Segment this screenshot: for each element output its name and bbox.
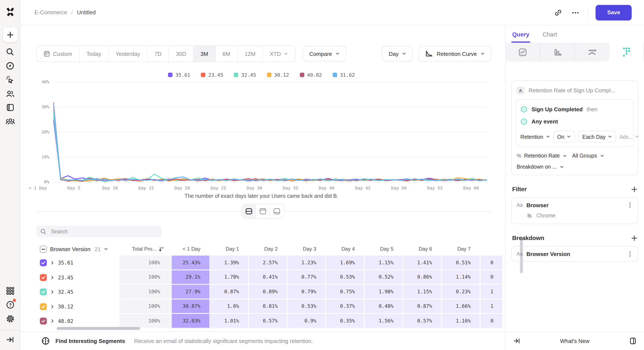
line-chart-plot[interactable] — [53, 81, 487, 184]
sidebar-help-button[interactable]: ? — [3, 298, 17, 312]
compare-button[interactable]: Compare — [302, 46, 346, 62]
table-header-cell[interactable]: Day 2 — [249, 246, 288, 252]
table-header-cell[interactable]: Day 3 — [288, 246, 326, 252]
layout-split-button[interactable] — [242, 204, 256, 218]
row-expand-chevron[interactable] — [50, 275, 55, 280]
chart-line-23.45[interactable] — [53, 109, 487, 181]
total-column-header[interactable]: Total Pro... — [120, 246, 172, 252]
legend-item[interactable]: 23.45 — [201, 72, 223, 78]
collapse-panel-button[interactable] — [512, 336, 522, 346]
range-button-today[interactable]: Today — [80, 46, 108, 62]
segments-title[interactable]: Find Interesting Segments — [56, 338, 125, 344]
layout-chart-only-button[interactable] — [256, 204, 270, 218]
each-day-dropdown[interactable]: Each Day — [578, 131, 616, 142]
sidebar-cohorts-button[interactable] — [3, 115, 17, 128]
chart-line-30.12[interactable] — [53, 105, 487, 181]
sidebar-discover-button[interactable] — [3, 59, 17, 72]
range-button-7d[interactable]: 7D — [148, 46, 169, 62]
table-header-cell[interactable]: Day 7 — [442, 246, 480, 252]
table-row[interactable]: 30.12100%30.87%1.6%0.81%0.53%0.37%0.48%0… — [36, 299, 503, 314]
legend-item[interactable]: 32.45 — [234, 72, 256, 78]
mixpanel-logo-icon[interactable] — [5, 6, 15, 18]
chart-line-31.62[interactable] — [53, 105, 487, 181]
add-breakdown-button[interactable] — [631, 235, 638, 241]
row-expand-chevron[interactable] — [50, 304, 55, 309]
table-row[interactable]: 32.45100%27.9%0.87%0.89%0.79%0.75%1.98%1… — [36, 285, 503, 299]
chevron-right-icon[interactable] — [50, 319, 55, 323]
filter-operator[interactable]: Is — [527, 212, 531, 219]
legend-item[interactable]: 30.12 — [267, 72, 289, 78]
granularity-button[interactable]: Day — [382, 46, 413, 62]
horizontal-scrollbar[interactable] — [57, 327, 140, 330]
copy-link-button[interactable] — [554, 8, 563, 17]
table-row[interactable]: 40.02100%32.03%1.01%0.57%0.9%0.35%1.56%0… — [36, 314, 503, 328]
sidebar-events-button[interactable] — [3, 73, 17, 87]
breakdown-on-dropdown[interactable]: Breakdown on ... — [516, 164, 557, 170]
sidebar-apps-button[interactable] — [3, 284, 17, 298]
row-checkbox[interactable] — [40, 318, 47, 325]
tab-funnels[interactable] — [540, 43, 575, 62]
sidebar-settings-button[interactable] — [3, 312, 17, 326]
chart-line-35.61[interactable] — [53, 119, 487, 181]
retention-rate-dropdown[interactable]: Retention Rate — [524, 153, 560, 159]
breadcrumb-project[interactable]: E-Commerce — [34, 9, 67, 15]
chevron-right-icon[interactable] — [50, 290, 55, 294]
sidebar-search-button[interactable] — [3, 45, 17, 59]
kebab-menu-icon[interactable] — [627, 202, 633, 208]
table-header-cell[interactable]: < 1 Day — [172, 246, 210, 252]
chart-type-button[interactable]: Retention Curve — [419, 46, 491, 62]
table-header-cell[interactable]: Day 5 — [365, 246, 403, 252]
all-groups-dropdown[interactable]: All Groups — [572, 153, 597, 159]
table-header-cell[interactable]: Day 4 — [326, 246, 365, 252]
layout-table-only-button[interactable] — [270, 204, 284, 218]
tab-insights[interactable] — [506, 43, 540, 62]
whats-new-link[interactable]: What's New — [522, 338, 628, 344]
breadcrumb-report-title[interactable]: Untitled — [77, 9, 96, 15]
row-expand-chevron[interactable] — [50, 319, 55, 323]
advanced-dropdown[interactable]: Adv... — [620, 134, 639, 140]
range-button-3m[interactable]: 3M — [194, 46, 216, 62]
group-column-header[interactable]: Browser Version — [50, 246, 90, 252]
legend-item[interactable]: 31.62 — [333, 72, 355, 78]
table-search[interactable] — [36, 226, 162, 237]
range-button-30d[interactable]: 30D — [169, 46, 194, 62]
retention-mode-dropdown[interactable]: Retention — [520, 134, 550, 140]
add-filter-button[interactable] — [631, 186, 638, 192]
create-new-button[interactable] — [3, 27, 18, 42]
select-all-checkbox[interactable] — [40, 246, 47, 253]
row-checkbox[interactable] — [40, 303, 47, 310]
sidebar-collapse-button[interactable] — [3, 333, 17, 347]
chevron-right-icon[interactable] — [50, 304, 55, 309]
on-dropdown[interactable]: On — [553, 131, 575, 142]
range-button-12m[interactable]: 12M — [238, 46, 263, 62]
chevron-right-icon[interactable] — [50, 275, 55, 280]
event-row-1[interactable]: Sign Up Completed then — [520, 103, 629, 115]
row-expand-chevron[interactable] — [50, 261, 55, 265]
chart-line-40.02[interactable] — [53, 102, 487, 181]
range-button-yesterday[interactable]: Yesterday — [108, 46, 148, 62]
range-button-custom[interactable]: Custom — [36, 46, 80, 62]
row-checkbox[interactable] — [40, 289, 47, 296]
table-row[interactable]: 23.45100%29.1%1.78%0.41%0.77%0.53%0.52%0… — [36, 270, 503, 285]
tab-flows[interactable] — [575, 43, 610, 62]
tab-query[interactable]: Query — [512, 31, 530, 43]
chart-line-32.45[interactable] — [53, 112, 487, 181]
kebab-menu-icon[interactable] — [627, 251, 633, 257]
table-row[interactable]: 35.61100%25.43%1.39%2.57%1.23%1.69%1.15%… — [36, 256, 503, 270]
table-header-cell[interactable]: Day 1 — [210, 246, 249, 252]
legend-item[interactable]: 40.02 — [300, 72, 322, 78]
row-checkbox[interactable] — [40, 274, 47, 281]
row-expand-chevron[interactable] — [50, 290, 55, 294]
event-row-2[interactable]: Any event — [520, 115, 629, 128]
tab-chart[interactable]: Chart — [542, 31, 557, 43]
sidebar-users-button[interactable] — [3, 87, 17, 100]
more-options-button[interactable] — [570, 8, 580, 17]
filter-value[interactable]: Chrome — [536, 212, 556, 219]
chevron-right-icon[interactable] — [50, 261, 55, 265]
query-step-card[interactable]: A Retention Rate of Sign Up Compl... Sig… — [511, 80, 638, 175]
tab-retention[interactable] — [609, 43, 644, 62]
sidebar-boards-button[interactable] — [3, 101, 17, 115]
panel-layout-button[interactable] — [628, 336, 638, 346]
row-checkbox[interactable] — [40, 259, 47, 266]
search-input[interactable] — [50, 228, 149, 235]
